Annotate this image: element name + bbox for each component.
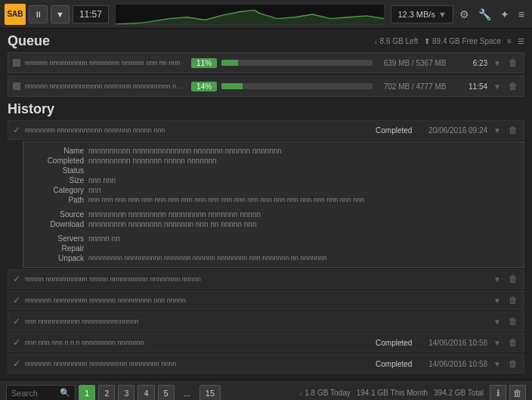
queue-item-arrow[interactable]: ▼ <box>492 82 503 91</box>
page-3-button[interactable]: 3 <box>118 385 135 401</box>
bottombar: 🔍 1 2 3 4 5 ... 15 ↓ 1.8 GB Today 194.1 … <box>0 380 532 400</box>
speed-graph <box>115 4 385 25</box>
history-title: History <box>8 101 54 117</box>
queue-free: ⬆ 89.4 GB Free Space <box>424 37 501 45</box>
detail-source-label: Source <box>31 210 84 219</box>
star-icon[interactable]: ✦ <box>497 7 512 22</box>
detail-source-value: nnnnnnnnn nnnnnnnnn nnnnnnnnn nnnnnnn nn… <box>88 210 516 219</box>
history-item-status: Completed <box>363 360 424 368</box>
page-4-button[interactable]: 4 <box>138 385 154 401</box>
queue-icon2[interactable]: ☰ <box>518 37 524 45</box>
queue-item-delete[interactable]: 🗑 <box>507 81 519 91</box>
detail-size-label: Size <box>31 176 84 184</box>
history-item[interactable]: ✓ nnnnnnn nnnnnnnnn nnnnnnnnnn nnnnnnnn … <box>8 354 524 374</box>
detail-category-value: nnn <box>88 186 516 194</box>
queue-item-delete[interactable]: 🗑 <box>507 57 519 68</box>
history-item-arrow[interactable]: ▼ <box>492 339 503 347</box>
detail-path-label: Path <box>31 196 84 204</box>
bottom-icons: ℹ 🗑 <box>490 385 526 401</box>
detail-path-value: nnn nnn nnn nnn nnn nnn nnn nnn nnn nnn … <box>88 196 516 204</box>
history-item-arrow[interactable]: ▼ <box>492 275 503 284</box>
history-check-icon: ✓ <box>13 316 20 327</box>
history-section: History ✓ nnnnnnnn nnnnnnnnnnnn nnnnnnn … <box>8 101 524 374</box>
search-icon[interactable]: 🔍 <box>60 388 70 398</box>
history-check-icon: ✓ <box>13 295 20 305</box>
delete-icon[interactable]: 🗑 <box>509 385 526 401</box>
detail-size-value: nnn nnn <box>88 176 516 184</box>
queue-item-progress <box>221 83 373 89</box>
history-item-delete[interactable]: 🗑 <box>507 358 519 369</box>
search-input[interactable] <box>11 389 57 398</box>
history-item[interactable]: ✓ nnn nnn nnn n n n nnnnnnnnn nnnnnnn Co… <box>8 333 524 352</box>
detail-category-label: Category <box>31 186 84 194</box>
page-5-button[interactable]: 5 <box>158 385 175 401</box>
history-item[interactable]: ✓ nnn nnnnnnnnnnn nnnnnnnnnnnnnnn ▼ 🗑 <box>8 312 524 331</box>
detail-repair-label: Repair <box>31 244 84 253</box>
queue-item-fill <box>221 60 238 66</box>
queue-item-time: 6:23 <box>457 59 487 67</box>
page-15-button[interactable]: 15 <box>200 385 221 401</box>
history-check-icon: ✓ <box>13 337 20 348</box>
history-item-delete[interactable]: 🗑 <box>507 295 519 305</box>
queue-item-icon <box>13 82 20 90</box>
history-item-arrow[interactable]: ▼ <box>492 318 503 326</box>
queue-item: nnnnnn nnnnnnnnnn nnnnnnnn nnnnnn nnn nn… <box>8 52 524 73</box>
pause-button[interactable]: ⏸ <box>29 5 48 23</box>
history-item-date: 14/06/2016 10:58 <box>428 360 487 368</box>
stats-today: ↓ 1.8 GB Today <box>299 389 351 397</box>
detail-name-value: nnnnnnnnnn nnnnnnnnnnnnnn nnnnnnn nnnnnn… <box>88 147 516 155</box>
history-item-date: 14/06/2016 10:58 <box>428 339 487 347</box>
history-item[interactable]: ✓ nnnnnnnn nnnnnnnnnnnn nnnnnnn nnnnn nn… <box>8 120 524 140</box>
queue-item-name: nnnnnn nnnnnnnnnn nnnnnnnn nnnnnn nnn nn… <box>25 59 187 67</box>
bottombar-stats: ↓ 1.8 GB Today 194.1 GB This Month 394.2… <box>299 385 527 401</box>
history-item-name: nnnnn nnnnnnnnnnn nnnnn nnnnnnnnnn nnnnn… <box>25 275 487 283</box>
queue-item-arrow[interactable]: ▼ <box>492 59 503 67</box>
history-item-name: nnnnnnn nnnnnnnnn nnnnnnn nnnnnnnnn nnn … <box>25 296 487 304</box>
history-item-arrow[interactable]: ▼ <box>492 296 503 305</box>
main-content: Queue ↓ 8.6 GB Left ⬆ 89.4 GB Free Space… <box>0 29 532 380</box>
history-item[interactable]: ✓ nnnnnnn nnnnnnnnn nnnnnnn nnnnnnnnn nn… <box>8 290 524 310</box>
detail-status-label: Status <box>31 166 84 175</box>
detail-unpack-label: Unpack <box>31 254 84 262</box>
speed-dropdown[interactable]: ▼ <box>438 10 447 19</box>
topbar: SAB ⏸ ▼ 11:57 12.3 MB/s ▼ ⚙ 🔧 ✦ ≡ <box>0 0 532 29</box>
detail-separator <box>31 206 516 209</box>
detail-grid: Name nnnnnnnnnn nnnnnnnnnnnnnn nnnnnnn n… <box>31 147 516 262</box>
queue-icon1[interactable]: ≡ <box>507 37 512 45</box>
history-detail-panel: Name nnnnnnnnnn nnnnnnnnnnnnnn nnnnnnn n… <box>23 141 524 268</box>
queue-item-name: nnnnnn nnnnnnnnnnnnnn nnnnnnn nnnnnnnnnn… <box>25 82 187 90</box>
history-item-arrow[interactable]: ▼ <box>492 360 503 368</box>
info-icon[interactable]: ℹ <box>490 385 506 401</box>
settings-icon[interactable]: ⚙ <box>456 7 472 22</box>
queue-item-size: 702 MB / 4777 MB <box>377 82 453 91</box>
history-item[interactable]: ✓ nnnnn nnnnnnnnnnn nnnnn nnnnnnnnnn nnn… <box>8 269 524 289</box>
queue-item-progress <box>221 60 373 66</box>
queue-header: Queue ↓ 8.6 GB Left ⬆ 89.4 GB Free Space… <box>8 33 524 49</box>
queue-item-percent: 11% <box>191 58 217 68</box>
history-check-icon: ✓ <box>13 358 20 369</box>
page-1-button[interactable]: 1 <box>79 385 95 401</box>
history-item-arrow[interactable]: ▼ <box>492 126 503 135</box>
dropdown-arrow[interactable]: ▼ <box>51 5 70 23</box>
menu-icon[interactable]: ≡ <box>515 7 527 22</box>
detail-repair-value <box>88 244 516 253</box>
history-item-delete[interactable]: 🗑 <box>507 274 519 284</box>
detail-unpack-value: nnnnnnnnn nnnnnnnnnn nnnnnnn nnnnnn nnnn… <box>88 254 516 262</box>
queue-left: ↓ 8.6 GB Left <box>374 37 418 45</box>
history-item-name: nnnnnnnn nnnnnnnnnnnn nnnnnnn nnnnn nnn <box>25 126 359 134</box>
wrench-icon[interactable]: 🔧 <box>475 7 494 22</box>
detail-completed-label: Completed <box>31 157 84 165</box>
history-item-delete[interactable]: 🗑 <box>507 125 519 135</box>
speed-value: 12.3 MB/s <box>397 10 435 19</box>
history-item-delete[interactable]: 🗑 <box>507 316 519 327</box>
speed-display: 12.3 MB/s ▼ <box>391 5 453 23</box>
history-header: History <box>8 101 524 117</box>
queue-info: ↓ 8.6 GB Left ⬆ 89.4 GB Free Space ≡ ☰ <box>374 37 524 45</box>
detail-completed-value: nnnnnnnnnn nnnnnnn nnnnn nnnnnnn <box>88 157 516 165</box>
history-item-delete[interactable]: 🗑 <box>507 337 519 348</box>
page-2-button[interactable]: 2 <box>98 385 115 401</box>
history-item-name: nnn nnn nnn n n n nnnnnnnnn nnnnnnn <box>25 339 359 346</box>
time-display: 11:57 <box>73 5 109 23</box>
history-item-status: Completed <box>363 339 424 347</box>
detail-download-label: Download <box>31 220 84 228</box>
